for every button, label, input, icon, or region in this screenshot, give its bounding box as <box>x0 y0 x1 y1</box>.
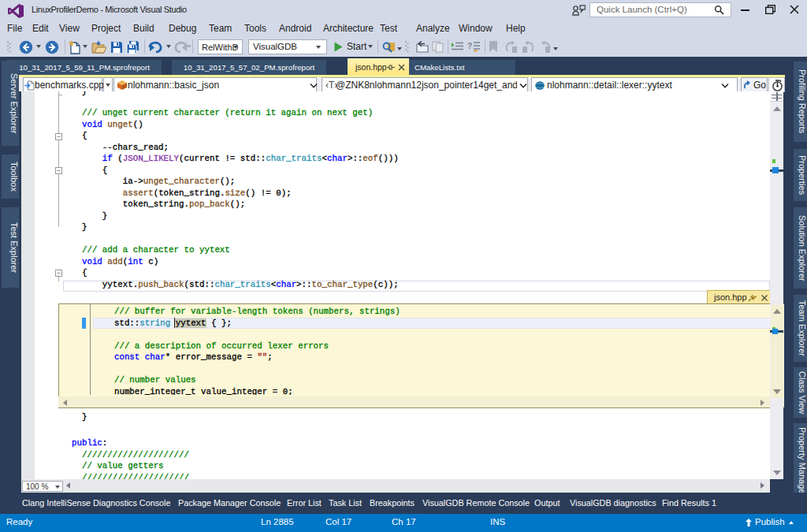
svg-text:?: ? <box>467 42 472 50</box>
